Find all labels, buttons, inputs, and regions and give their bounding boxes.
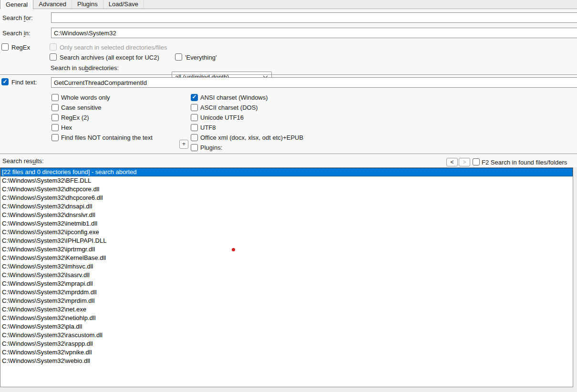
text-option-row: Hex — [52, 124, 153, 131]
archives-checkbox[interactable] — [50, 53, 57, 61]
text-option-row: Case sensitive — [52, 103, 153, 111]
regex-checkbox[interactable] — [1, 43, 9, 51]
text-option-row: Find files NOT containing the text — [52, 134, 153, 141]
result-row[interactable]: C:\Windows\System32\lsasrv.dll — [0, 271, 573, 279]
result-row[interactable]: C:\Windows\System32\net.exe — [0, 305, 573, 314]
text-option-row: Whole words only — [52, 93, 153, 101]
result-row[interactable]: C:\Windows\System32\lmhsvc.dll — [0, 262, 573, 271]
result-row[interactable]: C:\Windows\System32\rascustom.dll — [0, 331, 573, 340]
everything-label: 'Everything' — [185, 54, 216, 61]
plugins-plus-button[interactable]: + — [179, 140, 188, 149]
charset-option-row: ASCII charset (DOS) — [191, 103, 303, 111]
option-label: RegEx (2) — [61, 114, 89, 121]
result-row[interactable]: C:\Windows\System32\dnsapi.dll — [0, 202, 573, 211]
subdirectories-label: Search in subdirectories: — [51, 64, 119, 72]
option-label: ANSI charset (Windows) — [200, 94, 268, 101]
charset-option-row: ANSI charset (Windows) — [191, 93, 303, 101]
result-row[interactable]: C:\Windows\System32\inetmib1.dll — [0, 219, 573, 228]
option-checkbox[interactable] — [191, 114, 198, 121]
option-label: Find files NOT containing the text — [61, 134, 153, 141]
result-row[interactable]: C:\Windows\System32\mprapi.dll — [0, 279, 573, 288]
selected-result-row[interactable]: [22 files and 0 directories found] - sea… — [0, 168, 573, 176]
separator-top — [0, 74, 577, 75]
search-results-label: Search results: — [2, 157, 44, 165]
results-list[interactable]: [22 files and 0 directories found] - sea… — [0, 167, 573, 387]
option-checkbox[interactable] — [52, 94, 59, 101]
search-for-label: Search for: — [2, 14, 33, 21]
option-checkbox[interactable] — [191, 104, 198, 111]
option-label: Unicode UTF16 — [200, 114, 244, 121]
find-text-label: Find text: — [11, 79, 37, 86]
result-row[interactable]: C:\Windows\System32\pla.dll — [0, 322, 573, 331]
option-label: ASCII charset (DOS) — [200, 104, 258, 111]
archives-label: Search archives (all except for UC2) — [60, 54, 159, 61]
result-row[interactable]: C:\Windows\System32\vpnike.dll — [0, 348, 573, 357]
result-row[interactable]: C:\Windows\System32\mprdim.dll — [0, 297, 573, 305]
charset-option-row: Plugins: — [191, 144, 303, 151]
text-options-column: Whole words only Case sensitive RegEx (2… — [52, 93, 153, 141]
f2-search-checkbox[interactable] — [473, 158, 480, 165]
only-selected-label: Only search in selected directories/file… — [60, 44, 167, 51]
charset-option-row: Office xml (docx, xlsx, odt etc)+EPUB — [191, 134, 303, 141]
option-checkbox[interactable] — [191, 124, 198, 131]
everything-checkbox[interactable] — [175, 53, 182, 61]
result-row[interactable]: C:\Windows\System32\dhcpcore6.dll — [0, 194, 573, 202]
result-row[interactable]: C:\Windows\System32\dnsrslvr.dll — [0, 211, 573, 219]
result-row[interactable]: C:\Windows\System32\netiohlp.dll — [0, 314, 573, 322]
result-row[interactable]: C:\Windows\System32\webio.dll — [0, 357, 573, 365]
find-text-input[interactable] — [51, 77, 577, 88]
option-checkbox[interactable] — [52, 114, 59, 121]
regex-label: RegEx — [11, 44, 30, 51]
option-label: Office xml (docx, xlsx, odt etc)+EPUB — [200, 134, 303, 141]
charset-option-row: UTF8 — [191, 124, 303, 131]
tab-bar: General Advanced Plugins Load/Save — [0, 0, 577, 9]
option-label: UTF8 — [200, 124, 216, 131]
option-checkbox[interactable] — [191, 94, 198, 101]
separator-results — [0, 154, 577, 154]
search-for-input[interactable] — [51, 12, 577, 23]
result-rows: C:\Windows\System32\BFE.DLL C:\Windows\S… — [0, 176, 573, 365]
search-form-panel: Search for: Search in: RegEx Only search… — [0, 9, 577, 167]
next-result-button[interactable]: > — [459, 158, 470, 166]
charset-options-column: ANSI charset (Windows) ASCII charset (DO… — [191, 93, 303, 151]
option-label: Case sensitive — [61, 104, 102, 111]
search-in-label: Search in: — [2, 30, 31, 37]
option-checkbox[interactable] — [52, 124, 59, 131]
option-checkbox[interactable] — [52, 134, 59, 141]
text-option-row: RegEx (2) — [52, 113, 153, 121]
result-row[interactable]: C:\Windows\System32\iprtrmgr.dll — [0, 245, 573, 254]
find-text-checkbox[interactable] — [1, 78, 9, 85]
tab-load-save[interactable]: Load/Save — [103, 0, 144, 9]
option-checkbox[interactable] — [52, 104, 59, 111]
red-dot-marker — [232, 248, 235, 251]
tab-plugins[interactable]: Plugins — [72, 0, 103, 9]
result-row[interactable]: C:\Windows\System32\KernelBase.dll — [0, 254, 573, 262]
result-row[interactable]: C:\Windows\System32\mprddm.dll — [0, 288, 573, 297]
charset-option-row: Unicode UTF16 — [191, 113, 303, 121]
only-selected-checkbox — [50, 43, 57, 51]
option-label: Hex — [61, 124, 72, 131]
option-label: Whole words only — [61, 94, 110, 101]
tab-general[interactable]: General — [0, 0, 33, 9]
result-row[interactable]: C:\Windows\System32\IPHLPAPI.DLL — [0, 237, 573, 245]
search-in-input[interactable] — [51, 28, 577, 38]
result-row[interactable]: C:\Windows\System32\dhcpcore.dll — [0, 185, 573, 194]
option-label: Plugins: — [200, 144, 222, 151]
option-checkbox[interactable] — [191, 134, 198, 141]
result-row[interactable]: C:\Windows\System32\ipconfig.exe — [0, 228, 573, 237]
result-row[interactable]: C:\Windows\System32\BFE.DLL — [0, 176, 573, 185]
option-checkbox[interactable] — [191, 144, 198, 151]
result-row[interactable]: C:\Windows\System32\rasppp.dll — [0, 340, 573, 348]
tab-advanced[interactable]: Advanced — [33, 0, 72, 9]
prev-result-button[interactable]: < — [446, 158, 458, 166]
f2-search-label: F2 Search in found files/folders — [482, 159, 567, 166]
